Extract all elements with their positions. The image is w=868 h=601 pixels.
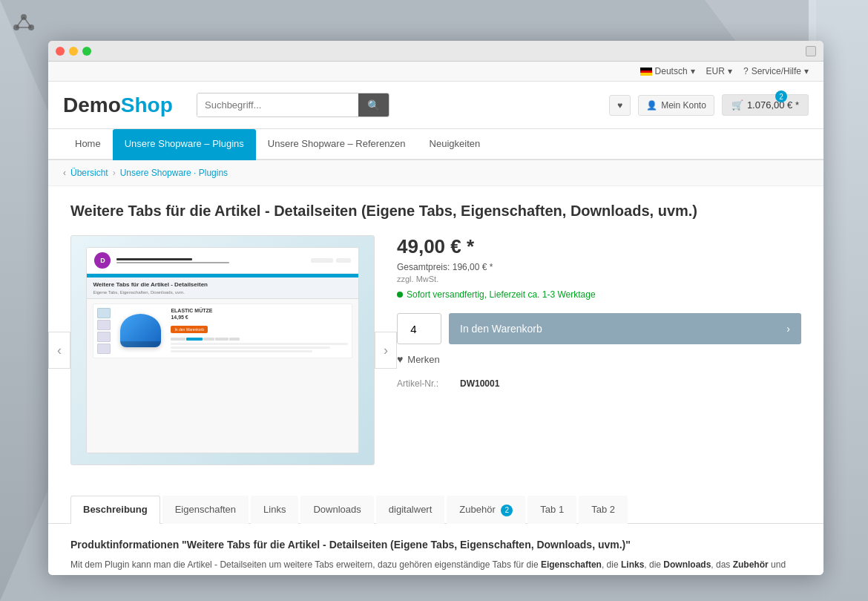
total-price: 196,00 € *	[453, 262, 493, 272]
description-text: Mit dem Plugin kann man die Artikel - De…	[70, 558, 801, 576]
artikel-number-row: Artikel-Nr.: DW10001	[397, 378, 801, 389]
header: DemoShop 🔍 ♥ 👤 Mein Konto 2 🛒	[48, 82, 823, 129]
logo-demo: Demo	[63, 93, 121, 117]
service-link[interactable]: ? Service/Hilfe ▾	[743, 66, 809, 76]
cart-arrow-icon: ›	[786, 323, 790, 335]
desc-text3: , die	[644, 559, 663, 570]
product-price: 49,00 € *	[397, 235, 801, 258]
tab-zubehoer[interactable]: Zubehör 2	[447, 496, 525, 524]
language-selector[interactable]: Deutsch ▾	[640, 66, 695, 76]
browser-window: Deutsch ▾ EUR ▾ ? Service/Hilfe ▾ DemoSh…	[48, 41, 823, 575]
description-title: Produktinformationen "Weitere Tabs für d…	[70, 539, 801, 551]
main-nav: Home Unsere Shopware – Plugins Unsere Sh…	[48, 129, 823, 160]
quantity-input[interactable]	[397, 313, 441, 344]
header-actions: ♥ 👤 Mein Konto 2 🛒 1.076,00 € *	[609, 94, 809, 116]
add-to-cart-button[interactable]: In den Warenkorb ›	[449, 313, 801, 344]
cart-price: 1.076,00 € *	[747, 99, 799, 111]
user-icon: 👤	[646, 100, 657, 111]
question-icon: ?	[743, 66, 749, 76]
preview-product-name: ELASTIC MÜTZE	[171, 308, 347, 313]
nav-item-home[interactable]: Home	[63, 129, 113, 160]
service-label: Service/Hilfe	[752, 66, 801, 76]
heart-icon: ♥	[617, 100, 622, 111]
total-label: Gesamtpreis:	[397, 262, 450, 272]
image-nav-next[interactable]: ›	[375, 332, 397, 369]
app-icon	[11, 11, 37, 37]
search-input[interactable]	[197, 93, 358, 116]
tab-downloads[interactable]: Downloads	[300, 496, 373, 524]
tab-tab2[interactable]: Tab 2	[579, 496, 628, 524]
breadcrumb-parent-link[interactable]: Unsere Shopware · Plugins	[120, 168, 228, 178]
browser-content: Deutsch ▾ EUR ▾ ? Service/Hilfe ▾ DemoSh…	[48, 62, 823, 575]
merken-heart-icon: ♥	[397, 353, 403, 365]
preview-add-btn[interactable]: In den Warenkorb	[171, 326, 208, 333]
svg-line-4	[24, 17, 31, 27]
preview-header: D	[87, 248, 358, 274]
tab-digitalwert[interactable]: digitalwert	[376, 496, 445, 524]
search-button[interactable]: 🔍	[358, 93, 389, 116]
artikel-label: Artikel-Nr.:	[397, 378, 456, 389]
breadcrumb-back-icon: ‹	[63, 168, 66, 178]
breadcrumb-separator: ›	[113, 168, 116, 178]
desc-bold-zubehoer: Zubehör	[733, 559, 769, 570]
currency-chevron: ▾	[728, 66, 732, 76]
product-main: ‹ D	[70, 235, 801, 465]
close-traffic-light[interactable]	[56, 47, 65, 56]
wishlist-button[interactable]: ♥	[609, 95, 631, 116]
product-tabs-bar: Beschreibung Eigenschaften Links Downloa…	[48, 495, 823, 524]
logo[interactable]: DemoShop	[63, 93, 182, 117]
desc-text-start: Mit dem Plugin kann man die Artikel - De…	[70, 559, 541, 570]
tab-eigenschaften[interactable]: Eigenschaften	[162, 496, 249, 524]
logo-shop: Shop	[121, 93, 173, 117]
topbar: Deutsch ▾ EUR ▾ ? Service/Hilfe ▾	[48, 62, 823, 82]
cart-icon: 🛒	[731, 99, 743, 111]
currency-label: EUR	[706, 66, 725, 76]
preview-product-price: 14,95 €	[171, 315, 347, 320]
preview-logo-icon: D	[94, 252, 111, 269]
image-nav-prev[interactable]: ‹	[48, 332, 70, 369]
product-container: Weitere Tabs für die Artikel - Detailsei…	[48, 186, 823, 495]
nav-item-referenzen[interactable]: Unsere Shopware – Referenzen	[256, 129, 418, 160]
nav-item-neuigkeiten[interactable]: Neuigkeiten	[418, 129, 493, 160]
zubehoer-badge: 2	[501, 505, 513, 516]
artikel-number: DW10001	[460, 378, 499, 389]
search-bar: 🔍	[197, 93, 389, 117]
product-total: Gesamtpreis: 196,00 € *	[397, 262, 801, 272]
desc-text2: , die	[602, 559, 621, 570]
product-title: Weitere Tabs für die Artikel - Detailsei…	[70, 201, 801, 220]
availability-text: Sofort versandfertig, Lieferzeit ca. 1-3…	[407, 289, 596, 300]
preview-section-subtitle: Eigene Tabs, Eigenschaften, Downloads, u…	[93, 290, 352, 295]
language-chevron: ▾	[691, 66, 695, 76]
titlebar	[48, 41, 823, 62]
traffic-lights	[56, 47, 91, 56]
currency-selector[interactable]: EUR ▾	[706, 66, 732, 76]
svg-line-3	[16, 17, 24, 27]
product-availability: Sofort versandfertig, Lieferzeit ca. 1-3…	[397, 289, 801, 300]
product-image: D	[70, 235, 375, 465]
account-button[interactable]: 👤 Mein Konto	[638, 95, 714, 116]
nav-item-plugins[interactable]: Unsere Shopware – Plugins	[113, 129, 256, 160]
merken-button[interactable]: ♥ Merken	[397, 353, 801, 365]
availability-dot	[397, 292, 403, 298]
account-label: Mein Konto	[661, 100, 706, 111]
product-image-area: ‹ D	[70, 235, 375, 465]
tab-beschreibung[interactable]: Beschreibung	[70, 496, 160, 524]
tab-tab1[interactable]: Tab 1	[527, 496, 576, 524]
preview-section-title: Weitere Tabs für die Artikel - Detailsei…	[93, 281, 352, 288]
desc-text4: , das	[711, 559, 732, 570]
cart-button[interactable]: 2 🛒 1.076,00 € *	[722, 94, 809, 116]
maximize-traffic-light[interactable]	[82, 47, 91, 56]
flag-icon	[640, 68, 652, 76]
product-tax: zzgl. MwSt.	[397, 275, 801, 283]
add-to-cart-label: In den Warenkorb	[460, 323, 542, 335]
product-info: 49,00 € * Gesamtpreis: 196,00 € * zzgl. …	[397, 235, 801, 465]
breadcrumb: ‹ Übersicht › Unsere Shopware · Plugins	[48, 160, 823, 186]
breadcrumb-back-link[interactable]: Übersicht	[70, 168, 108, 178]
desc-bold-eigenschaften: Eigenschaften	[541, 559, 602, 570]
tab-links[interactable]: Links	[251, 496, 298, 524]
language-label: Deutsch	[655, 66, 688, 76]
add-to-cart-row: In den Warenkorb ›	[397, 313, 801, 344]
description-area: Produktinformationen "Weitere Tabs für d…	[48, 524, 823, 576]
minimize-traffic-light[interactable]	[69, 47, 78, 56]
titlebar-button[interactable]	[806, 46, 816, 56]
